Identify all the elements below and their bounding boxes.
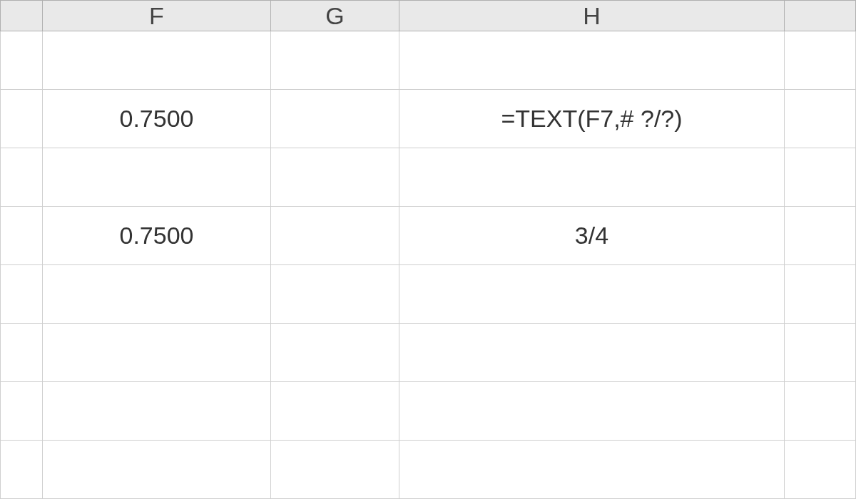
cell-F-r3[interactable] [43,148,271,207]
cell-G-r8[interactable] [271,441,399,499]
cell-G-r1[interactable] [271,31,399,90]
cell-F-r7[interactable] [43,382,271,441]
cell-H-r2[interactable]: =TEXT(F7,# ?/?) [399,90,785,148]
cell-G-r3[interactable] [271,148,399,207]
cell-F-r8[interactable] [43,441,271,499]
column-header-F[interactable]: F [43,0,271,31]
cell-I-r6[interactable] [785,324,856,382]
cell-F-r4[interactable]: 0.7500 [43,207,271,265]
cell-G-r2[interactable] [271,90,399,148]
cell-E-r3[interactable] [0,148,43,207]
cell-E-r2[interactable] [0,90,43,148]
cell-F-r6[interactable] [43,324,271,382]
column-header-H[interactable]: H [399,0,785,31]
cell-H-r1[interactable] [399,31,785,90]
cell-I-r5[interactable] [785,265,856,324]
cell-F-r2[interactable]: 0.7500 [43,90,271,148]
cell-I-r2[interactable] [785,90,856,148]
column-header-G[interactable]: G [271,0,399,31]
spreadsheet-grid: F G H 0.7500 =TEXT(F7,# ?/?) 0.7500 3/4 [0,0,856,499]
cell-E-r6[interactable] [0,324,43,382]
cell-G-r6[interactable] [271,324,399,382]
cell-F-r1[interactable] [43,31,271,90]
cell-H-r5[interactable] [399,265,785,324]
cell-F-r5[interactable] [43,265,271,324]
cell-E-r5[interactable] [0,265,43,324]
cell-I-r1[interactable] [785,31,856,90]
cell-E-r8[interactable] [0,441,43,499]
cell-E-r1[interactable] [0,31,43,90]
cell-H-r7[interactable] [399,382,785,441]
cell-G-r7[interactable] [271,382,399,441]
column-header-blank-right[interactable] [785,0,856,31]
cell-I-r4[interactable] [785,207,856,265]
cell-G-r5[interactable] [271,265,399,324]
cell-E-r7[interactable] [0,382,43,441]
cell-H-r6[interactable] [399,324,785,382]
cell-H-r3[interactable] [399,148,785,207]
cell-G-r4[interactable] [271,207,399,265]
column-header-blank-left[interactable] [0,0,43,31]
cell-H-r8[interactable] [399,441,785,499]
cell-I-r8[interactable] [785,441,856,499]
cell-I-r7[interactable] [785,382,856,441]
cell-H-r4[interactable]: 3/4 [399,207,785,265]
cell-E-r4[interactable] [0,207,43,265]
cell-I-r3[interactable] [785,148,856,207]
